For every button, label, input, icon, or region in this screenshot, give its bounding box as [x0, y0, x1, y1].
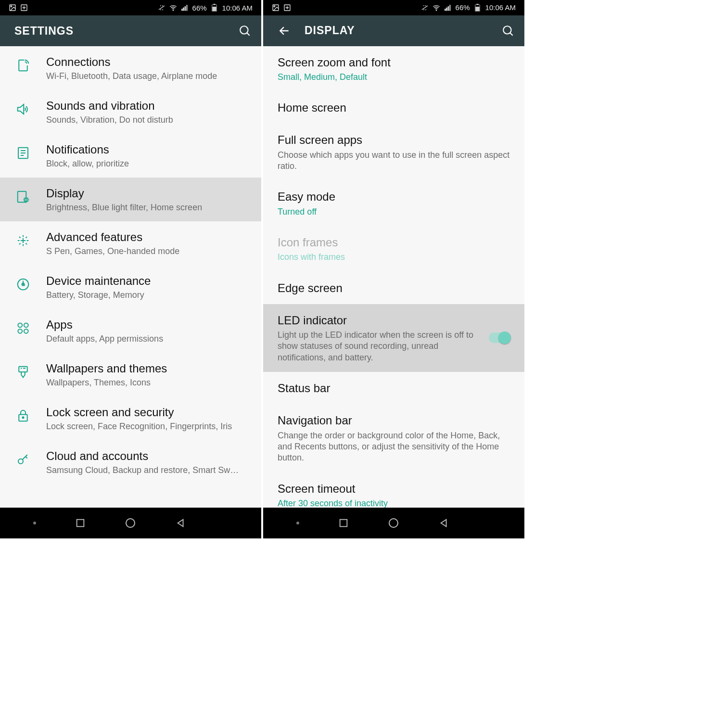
settings-item-advanced[interactable]: Advanced features S Pen, Games, One-hand… [0, 221, 261, 265]
connections-icon [14, 57, 32, 74]
recents-button[interactable] [74, 517, 87, 529]
row-title: Cloud and accounts [46, 449, 252, 463]
settings-item-sounds[interactable]: Sounds and vibration Sounds, Vibration, … [0, 90, 261, 134]
brush-icon [14, 363, 32, 381]
row-subtitle: Block, allow, prioritize [46, 159, 252, 169]
row-subtitle: Battery, Storage, Memory [46, 290, 252, 300]
svg-rect-10 [213, 7, 216, 11]
svg-rect-34 [449, 5, 450, 11]
image-notification-icon [9, 4, 16, 12]
svg-point-30 [436, 10, 436, 11]
row-title: Connections [46, 55, 252, 69]
page-title: SETTINGS [14, 25, 74, 38]
settings-list: Connections Wi-Fi, Bluetooth, Data usage… [0, 46, 261, 508]
svg-point-20 [24, 329, 28, 333]
item-subtitle: Small, Medium, Default [278, 72, 510, 83]
item-edge-screen[interactable]: Edge screen [263, 272, 524, 304]
back-button[interactable] [175, 517, 187, 529]
svg-point-18 [24, 323, 28, 327]
row-title: Display [46, 186, 252, 201]
svg-point-1 [11, 6, 12, 7]
back-button[interactable] [438, 517, 450, 529]
item-title: Home screen [278, 100, 510, 115]
row-title: Sounds and vibration [46, 99, 252, 113]
phone-left-settings: 66% 10:06 AM SETTINGS Connections Wi-Fi,… [0, 0, 262, 538]
clock-time: 10:06 AM [222, 4, 253, 12]
row-title: Advanced features [46, 230, 252, 244]
back-arrow-icon[interactable] [278, 24, 291, 38]
svg-point-11 [240, 26, 248, 34]
phone-right-display: 66% 10:06 AM DISPLAY Screen zoom and fon… [262, 0, 524, 538]
screenshot-notification-icon [20, 4, 28, 12]
image-notification-icon [272, 4, 280, 12]
svg-rect-7 [186, 5, 187, 11]
app-bar: SETTINGS [0, 15, 261, 46]
home-button[interactable] [387, 517, 400, 529]
wifi-icon [432, 4, 440, 12]
row-subtitle: Wallpapers, Themes, Icons [46, 378, 252, 388]
battery-percentage: 66% [192, 4, 207, 12]
item-status-bar[interactable]: Status bar [263, 372, 524, 404]
settings-item-notifications[interactable]: Notifications Block, allow, prioritize [0, 134, 261, 178]
item-screen-timeout[interactable]: Screen timeout After 30 seconds of inact… [263, 473, 524, 508]
row-title: Lock screen and security [46, 405, 252, 420]
settings-item-connections[interactable]: Connections Wi-Fi, Bluetooth, Data usage… [0, 46, 261, 90]
display-settings-list: Screen zoom and font Small, Medium, Defa… [263, 46, 524, 508]
settings-item-maintenance[interactable]: Device maintenance Battery, Storage, Mem… [0, 265, 261, 309]
search-icon[interactable] [238, 24, 252, 38]
item-led-indicator[interactable]: LED indicator Light up the LED indicator… [263, 304, 524, 372]
row-subtitle: Default apps, App permissions [46, 334, 252, 344]
recents-button[interactable] [337, 517, 350, 529]
settings-item-lockscreen[interactable]: Lock screen and security Lock screen, Fa… [0, 396, 261, 440]
page-title: DISPLAY [305, 24, 355, 37]
maintenance-icon [14, 276, 32, 293]
settings-item-display[interactable]: Display Brightness, Blue light filter, H… [0, 178, 261, 221]
item-navigation-bar[interactable]: Navigation bar Change the order or backg… [263, 404, 524, 472]
item-title: LED indicator [278, 313, 479, 328]
item-easy-mode[interactable]: Easy mode Turned off [263, 180, 524, 226]
item-subtitle: After 30 seconds of inactivity [278, 498, 510, 508]
led-toggle-switch[interactable] [489, 332, 510, 343]
svg-point-24 [18, 459, 23, 464]
svg-point-28 [274, 6, 275, 7]
wifi-icon [169, 4, 177, 12]
item-subtitle: Icons with frames [278, 252, 510, 263]
svg-point-40 [389, 519, 398, 527]
svg-rect-25 [77, 520, 84, 527]
vibrate-icon [421, 4, 429, 12]
search-icon[interactable] [501, 24, 515, 38]
display-icon [14, 188, 32, 205]
status-bar: 66% 10:06 AM [0, 0, 261, 15]
item-home-screen[interactable]: Home screen [263, 91, 524, 124]
svg-point-38 [503, 26, 511, 34]
svg-rect-31 [445, 9, 445, 11]
settings-item-cloud[interactable]: Cloud and accounts Samsung Cloud, Backup… [0, 440, 261, 484]
item-title: Edge screen [278, 281, 510, 295]
clock-time: 10:06 AM [485, 3, 516, 12]
svg-rect-36 [477, 4, 478, 5]
svg-rect-37 [476, 7, 479, 11]
item-icon-frames[interactable]: Icon frames Icons with frames [263, 226, 524, 272]
svg-rect-4 [181, 9, 182, 11]
item-full-screen-apps[interactable]: Full screen apps Choose which apps you w… [263, 124, 524, 180]
item-subtitle: Change the order or background color of … [278, 430, 510, 464]
item-title: Screen timeout [278, 481, 510, 496]
app-bar: DISPLAY [263, 15, 524, 46]
item-screen-zoom[interactable]: Screen zoom and font Small, Medium, Defa… [263, 46, 524, 92]
home-button[interactable] [124, 517, 137, 529]
settings-item-wallpapers[interactable]: Wallpapers and themes Wallpapers, Themes… [0, 353, 261, 396]
item-title: Full screen apps [278, 132, 510, 147]
row-title: Device maintenance [46, 274, 252, 288]
row-title: Notifications [46, 142, 252, 157]
item-title: Easy mode [278, 189, 510, 204]
plus-gear-icon [14, 232, 32, 249]
settings-item-apps[interactable]: Apps Default apps, App permissions [0, 309, 261, 353]
item-title: Screen zoom and font [278, 55, 510, 70]
row-subtitle: Sounds, Vibration, Do not disturb [46, 115, 252, 125]
vibrate-icon [158, 4, 165, 12]
svg-rect-21 [19, 367, 27, 372]
svg-rect-9 [214, 4, 215, 5]
navigation-bar [0, 508, 261, 538]
apps-grid-icon [14, 319, 32, 337]
status-bar: 66% 10:06 AM [263, 0, 524, 15]
